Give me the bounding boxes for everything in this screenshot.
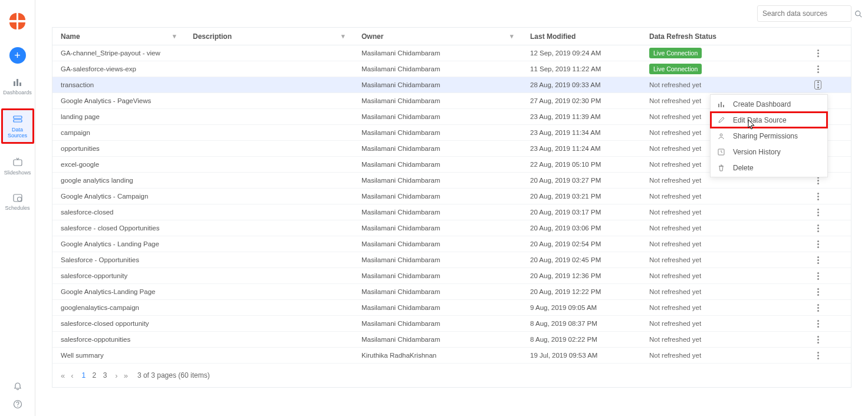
sidebar-item-slideshows[interactable]: Slideshows bbox=[1, 153, 34, 179]
row-menu-button[interactable] bbox=[814, 48, 821, 58]
sidebar-item-data-sources[interactable]: Data Sources bbox=[1, 108, 34, 144]
svg-rect-4 bbox=[14, 120, 22, 122]
page-first[interactable]: « bbox=[61, 371, 65, 380]
cell-owner: Masilamani Chidambaram bbox=[353, 145, 522, 152]
bar-chart-icon bbox=[12, 77, 23, 87]
topbar bbox=[52, 0, 851, 27]
cell-owner: Masilamani Chidambaram bbox=[353, 304, 522, 311]
ctx-label: Version History bbox=[733, 148, 781, 156]
ctx-sharing-permissions[interactable]: Sharing Permissions bbox=[711, 128, 827, 144]
cell-modified: 28 Aug, 2019 09:33 AM bbox=[522, 81, 641, 88]
row-menu-button[interactable] bbox=[814, 192, 821, 201]
page-last[interactable]: » bbox=[124, 371, 128, 380]
row-menu-button[interactable] bbox=[814, 335, 821, 344]
pagination: « ‹ 1 2 3 › » 3 of 3 pages (60 items) bbox=[52, 364, 851, 387]
table-row[interactable]: Salesforce - OpportunitiesMasilamani Chi… bbox=[52, 252, 851, 268]
ctx-create-dashboard[interactable]: Create Dashboard bbox=[711, 96, 827, 112]
page-number[interactable]: 3 bbox=[101, 370, 110, 381]
add-button[interactable]: + bbox=[9, 47, 26, 64]
filter-icon[interactable]: ▾ bbox=[173, 32, 176, 40]
live-badge: Live Connection bbox=[649, 64, 702, 74]
col-name[interactable]: Name bbox=[61, 32, 80, 41]
table-row[interactable]: Google Analytics - Landing PageMasilaman… bbox=[52, 236, 851, 252]
cell-modified: 20 Aug, 2019 03:06 PM bbox=[522, 224, 641, 232]
sidebar-item-dashboards[interactable]: Dashboards bbox=[1, 73, 34, 99]
page-number[interactable]: 2 bbox=[90, 370, 99, 381]
status-text: Not refreshed yet bbox=[649, 145, 701, 152]
status-text: Not refreshed yet bbox=[649, 81, 701, 88]
table-row[interactable]: GA-channel_Stripe-payout - viewMasilaman… bbox=[52, 45, 851, 61]
svg-rect-2 bbox=[19, 82, 21, 86]
help-icon[interactable] bbox=[13, 400, 22, 409]
status-text: Not refreshed yet bbox=[649, 224, 701, 232]
cell-status: Not refreshed yet bbox=[641, 81, 806, 88]
row-menu-button[interactable] bbox=[814, 319, 821, 328]
status-text: Not refreshed yet bbox=[649, 304, 701, 311]
row-menu-button[interactable] bbox=[814, 80, 821, 90]
status-text: Not refreshed yet bbox=[649, 352, 701, 359]
col-status[interactable]: Data Refresh Status bbox=[649, 32, 716, 41]
live-badge: Live Connection bbox=[649, 48, 702, 58]
cell-owner: Masilamani Chidambaram bbox=[353, 65, 522, 72]
cell-status: Not refreshed yet bbox=[641, 352, 806, 359]
row-menu-button[interactable] bbox=[814, 303, 821, 312]
cell-owner: Masilamani Chidambaram bbox=[353, 336, 522, 343]
trash-icon bbox=[718, 164, 726, 171]
sidebar-item-schedules[interactable]: Schedules bbox=[1, 189, 34, 214]
cell-status: Not refreshed yet bbox=[641, 240, 806, 247]
row-menu-button[interactable] bbox=[814, 287, 821, 296]
search-box[interactable] bbox=[757, 5, 851, 22]
cell-modified: 22 Aug, 2019 05:10 PM bbox=[522, 161, 641, 168]
filter-icon[interactable]: ▾ bbox=[510, 32, 514, 40]
row-menu-button[interactable] bbox=[814, 239, 821, 249]
row-menu-button[interactable] bbox=[814, 207, 821, 217]
table-row[interactable]: Google Analytics-Landing PageMasilamani … bbox=[52, 284, 851, 300]
cell-modified: 20 Aug, 2019 03:27 PM bbox=[522, 177, 641, 184]
svg-rect-5 bbox=[14, 160, 22, 166]
status-text: Not refreshed yet bbox=[649, 256, 701, 263]
row-menu-button[interactable] bbox=[814, 255, 821, 265]
row-menu-button[interactable] bbox=[814, 271, 821, 280]
table-row[interactable]: Well summaryKiruthika RadhaKrishnan19 Ju… bbox=[52, 348, 851, 364]
cell-owner: Masilamani Chidambaram bbox=[353, 161, 522, 168]
cursor-icon bbox=[748, 119, 757, 131]
svg-rect-3 bbox=[14, 116, 22, 118]
table-row[interactable]: GA-salesforce-views-expMasilamani Chidam… bbox=[52, 61, 851, 77]
cell-name: GA-salesforce-views-exp bbox=[52, 65, 185, 72]
page-info: 3 of 3 pages (60 items) bbox=[137, 371, 210, 379]
status-text: Not refreshed yet bbox=[649, 97, 701, 104]
filter-icon[interactable]: ▾ bbox=[341, 32, 345, 40]
cell-modified: 11 Sep, 2019 11:22 AM bbox=[522, 65, 641, 72]
col-owner[interactable]: Owner bbox=[361, 32, 383, 41]
row-menu-button[interactable] bbox=[814, 223, 821, 233]
table-row[interactable]: salesforce-closed opportunityMasilamani … bbox=[52, 316, 851, 332]
table-row[interactable]: salesforce-opportunityMasilamani Chidamb… bbox=[52, 268, 851, 284]
ctx-edit-data-source[interactable]: Edit Data Source bbox=[711, 112, 827, 128]
page-next[interactable]: › bbox=[115, 371, 117, 380]
status-text: Not refreshed yet bbox=[649, 209, 701, 216]
table-row[interactable]: googlenalaytics-campaignMasilamani Chida… bbox=[52, 300, 851, 316]
cell-modified: 20 Aug, 2019 02:54 PM bbox=[522, 240, 641, 247]
bell-icon[interactable] bbox=[13, 382, 22, 391]
row-menu-button[interactable] bbox=[814, 351, 821, 360]
col-description[interactable]: Description bbox=[193, 32, 232, 41]
status-text: Not refreshed yet bbox=[649, 288, 701, 295]
svg-point-15 bbox=[720, 134, 722, 136]
cell-owner: Masilamani Chidambaram bbox=[353, 320, 522, 327]
col-modified[interactable]: Last Modified bbox=[530, 32, 576, 41]
table-row[interactable]: salesforce-closedMasilamani Chidambaram2… bbox=[52, 204, 851, 220]
cell-owner: Masilamani Chidambaram bbox=[353, 193, 522, 200]
search-input[interactable] bbox=[762, 9, 851, 18]
ctx-version-history[interactable]: Version History bbox=[711, 144, 827, 160]
cell-owner: Masilamani Chidambaram bbox=[353, 113, 522, 120]
page-prev[interactable]: ‹ bbox=[71, 371, 73, 380]
table-row[interactable]: transactionMasilamani Chidambaram28 Aug,… bbox=[52, 77, 851, 93]
ctx-delete[interactable]: Delete bbox=[711, 160, 827, 176]
ctx-label: Sharing Permissions bbox=[733, 132, 798, 140]
table-row[interactable]: Google Analytics - CampaignMasilamani Ch… bbox=[52, 189, 851, 204]
table-row[interactable]: salesforce - closed OpportunitiesMasilam… bbox=[52, 220, 851, 236]
table-body: GA-channel_Stripe-payout - viewMasilaman… bbox=[52, 45, 851, 364]
table-row[interactable]: salesforce-oppotunitiesMasilamani Chidam… bbox=[52, 332, 851, 348]
page-number[interactable]: 1 bbox=[80, 370, 88, 381]
row-menu-button[interactable] bbox=[814, 64, 821, 74]
